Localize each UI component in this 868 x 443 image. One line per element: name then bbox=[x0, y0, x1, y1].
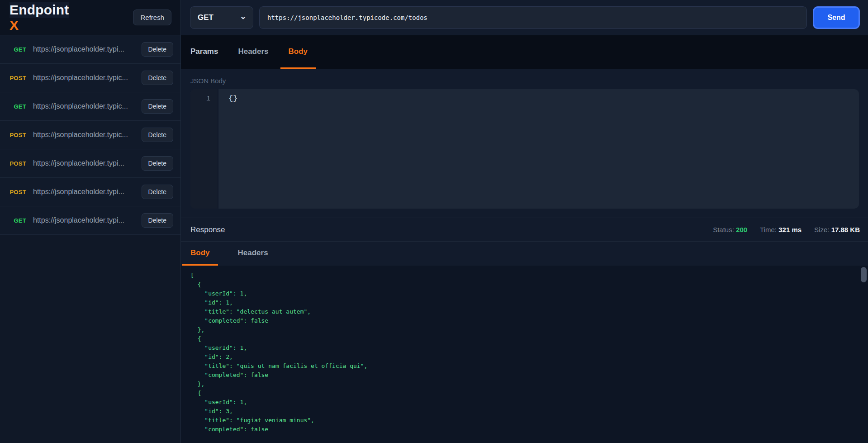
status-badge: Status: 200 bbox=[713, 226, 747, 233]
delete-button[interactable]: Delete bbox=[142, 99, 173, 114]
saved-request-row[interactable]: GET https://jsonplaceholder.typi... Dele… bbox=[0, 35, 180, 64]
time-label: Time: bbox=[760, 226, 777, 233]
method-select[interactable]: GET ⌄ bbox=[190, 6, 253, 29]
saved-request-url: https://jsonplaceholder.typi... bbox=[33, 188, 136, 196]
refresh-button[interactable]: Refresh bbox=[133, 10, 171, 25]
json-body-label: JSON Body bbox=[190, 77, 859, 85]
method-badge: POST bbox=[8, 189, 26, 195]
saved-request-row[interactable]: POST https://jsonplaceholder.typi... Del… bbox=[0, 178, 180, 206]
response-tab-body[interactable]: Body bbox=[182, 242, 218, 266]
delete-button[interactable]: Delete bbox=[142, 128, 173, 142]
response-header: Response Status: 200 Time: 321 ms Size: … bbox=[181, 218, 868, 242]
saved-request-url: https://jsonplaceholder.typic... bbox=[33, 102, 136, 110]
response-tabs: Body Headers bbox=[181, 242, 868, 266]
method-badge: POST bbox=[8, 75, 26, 81]
delete-button[interactable]: Delete bbox=[142, 156, 173, 171]
size-value: 17.88 KB bbox=[831, 226, 860, 233]
request-bar: GET ⌄ Send bbox=[181, 0, 868, 35]
saved-request-url: https://jsonplaceholder.typic... bbox=[33, 74, 136, 82]
scrollbar-thumb[interactable] bbox=[861, 267, 867, 282]
app-logo: EndpointX bbox=[9, 2, 69, 33]
tab-params[interactable]: Params bbox=[190, 35, 218, 69]
saved-request-url: https://jsonplaceholder.typi... bbox=[33, 159, 136, 167]
send-button[interactable]: Send bbox=[813, 6, 860, 29]
response-json: [ { "userId": 1, "id": 1, "title": "dele… bbox=[181, 266, 868, 434]
response-body: [ { "userId": 1, "id": 1, "title": "dele… bbox=[181, 266, 868, 443]
editor-line-number: 1 bbox=[190, 89, 218, 209]
status-label: Status: bbox=[713, 226, 734, 233]
delete-button[interactable]: Delete bbox=[142, 185, 173, 199]
method-badge: GET bbox=[8, 103, 26, 110]
saved-requests-list: GET https://jsonplaceholder.typi... Dele… bbox=[0, 35, 180, 443]
request-body-section: JSON Body 1 {} bbox=[181, 69, 868, 218]
response-meta: Status: 200 Time: 321 ms Size: 17.88 KB bbox=[713, 226, 860, 233]
tab-body[interactable]: Body bbox=[280, 35, 316, 69]
size-label: Size: bbox=[814, 226, 829, 233]
chevron-down-icon: ⌄ bbox=[240, 14, 247, 19]
logo-text-accent: X bbox=[9, 18, 19, 33]
tab-headers[interactable]: Headers bbox=[238, 35, 268, 69]
json-body-editor[interactable]: 1 {} bbox=[190, 89, 859, 209]
method-badge: GET bbox=[8, 217, 26, 224]
request-tabs: Params Headers Body bbox=[181, 35, 868, 69]
method-badge: GET bbox=[8, 46, 26, 53]
saved-request-row[interactable]: GET https://jsonplaceholder.typi... Dele… bbox=[0, 206, 180, 235]
status-value: 200 bbox=[736, 226, 747, 233]
sidebar-header: EndpointX Refresh bbox=[0, 0, 180, 35]
time-badge: Time: 321 ms bbox=[760, 226, 802, 233]
response-title: Response bbox=[190, 225, 225, 234]
method-select-value: GET bbox=[198, 13, 213, 22]
delete-button[interactable]: Delete bbox=[142, 71, 173, 85]
saved-request-row[interactable]: POST https://jsonplaceholder.typic... De… bbox=[0, 121, 180, 149]
logo-text-main: Endpoint bbox=[9, 2, 69, 18]
saved-request-url: https://jsonplaceholder.typi... bbox=[33, 45, 136, 53]
saved-request-row[interactable]: POST https://jsonplaceholder.typi... Del… bbox=[0, 149, 180, 178]
time-value: 321 ms bbox=[778, 226, 802, 233]
method-badge: POST bbox=[8, 132, 26, 138]
method-badge: POST bbox=[8, 160, 26, 167]
saved-request-url: https://jsonplaceholder.typi... bbox=[33, 216, 136, 224]
delete-button[interactable]: Delete bbox=[142, 213, 173, 228]
app-window: EndpointX Refresh GET https://jsonplaceh… bbox=[0, 0, 868, 443]
saved-request-row[interactable]: POST https://jsonplaceholder.typic... De… bbox=[0, 64, 180, 92]
url-input[interactable] bbox=[259, 6, 807, 29]
saved-request-url: https://jsonplaceholder.typic... bbox=[33, 131, 136, 139]
main-panel: GET ⌄ Send Params Headers Body JSON Body… bbox=[181, 0, 868, 443]
size-badge: Size: 17.88 KB bbox=[814, 226, 860, 233]
delete-button[interactable]: Delete bbox=[142, 42, 173, 57]
saved-request-row[interactable]: GET https://jsonplaceholder.typic... Del… bbox=[0, 92, 180, 121]
editor-content[interactable]: {} bbox=[218, 89, 859, 209]
response-tab-headers[interactable]: Headers bbox=[238, 242, 268, 266]
sidebar: EndpointX Refresh GET https://jsonplaceh… bbox=[0, 0, 181, 443]
